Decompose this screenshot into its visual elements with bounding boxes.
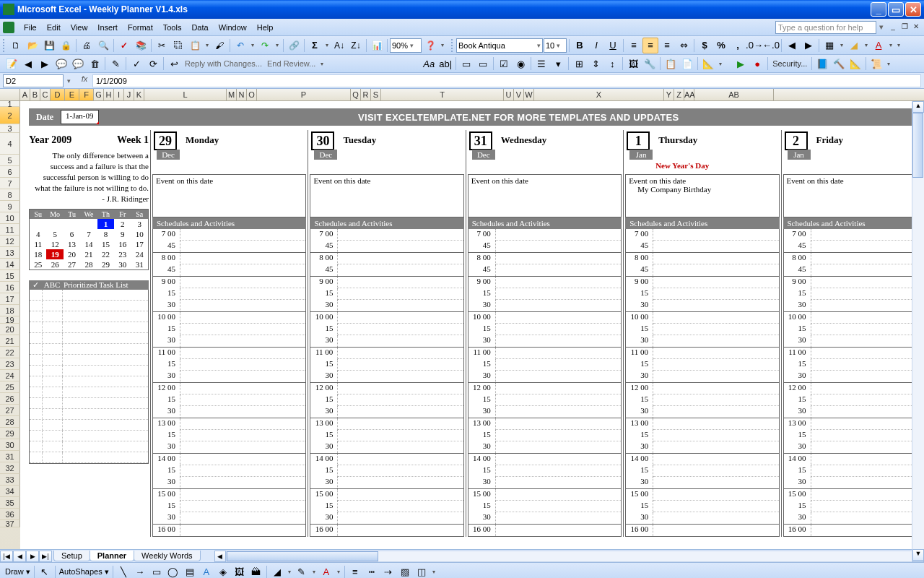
col-header-Z[interactable]: Z: [674, 89, 684, 100]
font-color-draw-button[interactable]: A: [318, 564, 334, 579]
time-slot[interactable]: 30: [784, 335, 923, 347]
time-slot[interactable]: 15: [784, 324, 923, 335]
align-center-button[interactable]: ≡: [642, 38, 658, 53]
vertical-scrollbar[interactable]: ▲ ▼: [912, 101, 924, 561]
time-slot[interactable]: 30: [153, 371, 305, 382]
row-header-13[interactable]: 13: [0, 247, 20, 259]
minical-day[interactable]: 4: [30, 229, 46, 239]
task-row[interactable]: [30, 376, 148, 387]
zoom-combo[interactable]: 90%▾: [390, 38, 422, 53]
col-header-Q[interactable]: Q: [351, 89, 361, 100]
row-header-14[interactable]: 14: [0, 259, 20, 270]
spelling-button[interactable]: ✓: [116, 38, 132, 53]
security-button[interactable]: Security...: [770, 59, 809, 68]
vba-editor-button[interactable]: 📘: [814, 56, 830, 72]
view-code-button[interactable]: 📄: [679, 56, 695, 72]
sheet-tab-weekly-words[interactable]: Weekly Words: [134, 551, 201, 561]
date-input-cell[interactable]: 1-Jan-09: [61, 110, 99, 124]
line-style-button[interactable]: ≡: [347, 564, 363, 579]
font-size-combo[interactable]: 10▾: [544, 38, 567, 53]
arrow-button[interactable]: →: [132, 564, 148, 579]
merge-center-button[interactable]: ⇔: [676, 38, 692, 53]
menu-edit[interactable]: Edit: [42, 21, 66, 34]
row-header-2[interactable]: 2: [0, 107, 20, 124]
new-comment-button[interactable]: 📝: [4, 56, 19, 72]
col-header-D[interactable]: D: [51, 89, 65, 100]
time-slot[interactable]: 7 00: [784, 229, 923, 241]
time-slot[interactable]: 15: [310, 359, 463, 371]
vscroll-thumb[interactable]: [912, 113, 923, 178]
row-header-27[interactable]: 27: [0, 405, 20, 416]
row-header-11[interactable]: 11: [0, 224, 20, 236]
minical-day[interactable]: 27: [64, 259, 80, 269]
minical-day[interactable]: 3: [131, 219, 148, 229]
col-header-N[interactable]: N: [237, 89, 247, 100]
time-slot[interactable]: 15: [310, 430, 463, 441]
row-header-20[interactable]: 20: [0, 324, 20, 335]
run-macro-button[interactable]: ▶: [733, 56, 749, 72]
groupbox-control-button[interactable]: ▭: [458, 56, 474, 72]
time-slot[interactable]: 15: [468, 394, 621, 406]
redo-button[interactable]: ↷: [257, 38, 273, 53]
time-slot[interactable]: 8 00: [310, 253, 463, 264]
task-row[interactable]: [30, 441, 148, 452]
row-header-26[interactable]: 26: [0, 393, 20, 405]
permission-button[interactable]: 🔒: [58, 38, 74, 53]
redo-dropdown[interactable]: ▾: [274, 42, 281, 48]
picture-button[interactable]: 🏔: [248, 564, 264, 579]
time-slot[interactable]: 30: [310, 371, 463, 382]
time-slot[interactable]: 11 00: [784, 348, 923, 359]
prev-comment-button[interactable]: ◀: [20, 56, 36, 72]
time-slot[interactable]: 30: [468, 512, 621, 524]
scroll-down-button[interactable]: ▼: [912, 549, 924, 561]
time-slot[interactable]: 9 00: [626, 277, 778, 288]
row-header-37[interactable]: 37: [0, 520, 20, 527]
reply-changes-button[interactable]: Reply with Changes...: [183, 59, 264, 68]
minical-day[interactable]: 20: [64, 249, 80, 259]
time-slot[interactable]: 45: [310, 241, 463, 252]
task-row[interactable]: [30, 333, 148, 344]
underline-button[interactable]: U: [605, 38, 621, 53]
time-slot[interactable]: 7 00: [310, 229, 463, 241]
fill-color-button[interactable]: ◢: [846, 38, 862, 53]
row-header-7[interactable]: 7: [0, 178, 20, 189]
row-header-25[interactable]: 25: [0, 381, 20, 393]
row-header-34[interactable]: 34: [0, 486, 20, 497]
time-slot[interactable]: 15: [153, 465, 305, 477]
row-header-29[interactable]: 29: [0, 428, 20, 439]
time-slot[interactable]: 7 00: [626, 229, 778, 241]
control-toolbox-button[interactable]: 🔨: [831, 56, 847, 72]
col-header-Y[interactable]: Y: [664, 89, 674, 100]
time-slot[interactable]: 15: [626, 359, 778, 371]
minical-day[interactable]: 16: [114, 239, 131, 249]
research-button[interactable]: 📚: [133, 38, 149, 53]
time-slot[interactable]: 15: [784, 288, 923, 300]
col-header-C[interactable]: C: [40, 89, 51, 100]
col-header-F[interactable]: F: [79, 89, 94, 100]
task-row[interactable]: [30, 322, 148, 333]
task-row[interactable]: [30, 398, 148, 409]
time-slot[interactable]: 9 00: [468, 277, 621, 288]
time-slot[interactable]: 15 00: [626, 489, 778, 501]
design-mode2-button[interactable]: 📐: [847, 56, 863, 72]
menu-tools[interactable]: Tools: [158, 21, 187, 34]
shadow-button[interactable]: ▨: [397, 564, 413, 579]
minical-day[interactable]: 28: [80, 259, 97, 269]
format-toolbar-options[interactable]: ▾: [895, 42, 902, 48]
minical-day[interactable]: 29: [97, 259, 114, 269]
autoshapes-menu-button[interactable]: AutoShapes ▾: [58, 567, 110, 577]
select-objects-button[interactable]: ↖: [37, 564, 53, 579]
option-control-button[interactable]: ◉: [513, 56, 528, 72]
col-header-E[interactable]: E: [65, 89, 79, 100]
button-control-button[interactable]: ▭: [475, 56, 491, 72]
time-slot[interactable]: 30: [468, 406, 621, 418]
time-slot[interactable]: 15: [468, 430, 621, 441]
minical-day[interactable]: 14: [80, 239, 97, 249]
task-row[interactable]: [30, 420, 148, 431]
horizontal-scrollbar[interactable]: ◀ ▶: [214, 551, 924, 562]
col-header-U[interactable]: U: [504, 89, 514, 100]
select-all-button[interactable]: [0, 89, 20, 100]
save-button[interactable]: 💾: [41, 38, 57, 53]
minical-day[interactable]: [64, 219, 80, 229]
col-header-G[interactable]: G: [94, 89, 104, 100]
